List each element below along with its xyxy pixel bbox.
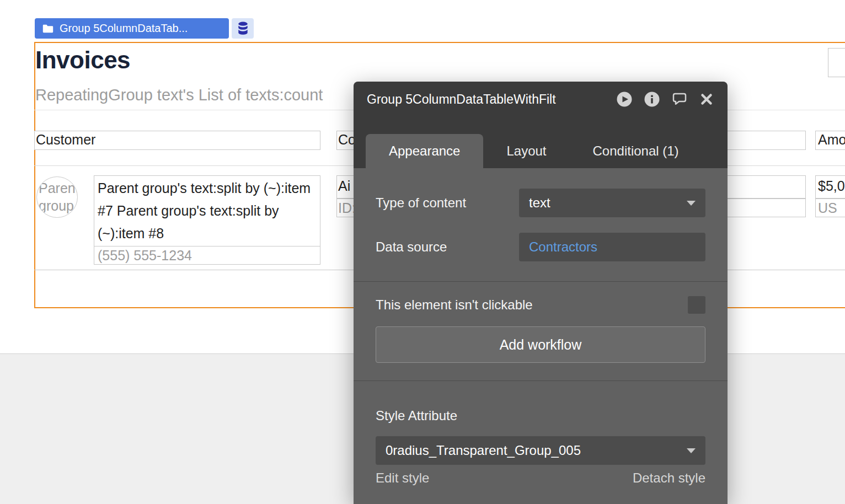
type-of-content-label: Type of content bbox=[376, 195, 466, 211]
popup-tab-bar: Appearance Layout Conditional (1) bbox=[354, 117, 728, 168]
style-attribute-label: Style Attribute bbox=[376, 408, 705, 423]
property-editor-popup: Group 5ColumnDataTableWithFilt Appearanc… bbox=[354, 82, 728, 504]
database-icon bbox=[238, 22, 248, 35]
page-title[interactable]: Invoices bbox=[35, 46, 130, 74]
header-cell-amount[interactable]: Amo bbox=[815, 131, 845, 150]
customer-name-cell[interactable]: Parent group's text:split by (~):item #7… bbox=[94, 175, 320, 246]
tab-appearance[interactable]: Appearance bbox=[366, 134, 483, 168]
type-of-content-value: text bbox=[529, 195, 550, 211]
chevron-down-icon bbox=[687, 448, 696, 453]
info-icon[interactable] bbox=[644, 91, 660, 108]
style-attribute-select[interactable]: 0radius_Transparent_Group_005 bbox=[376, 436, 705, 465]
data-source-label: Data source bbox=[376, 239, 447, 255]
data-source-field[interactable]: Contractors bbox=[519, 233, 705, 261]
data-source-value[interactable]: Contractors bbox=[529, 239, 597, 255]
section-divider bbox=[354, 380, 728, 381]
add-workflow-button[interactable]: Add workflow bbox=[376, 326, 705, 363]
style-attribute-value: 0radius_Transparent_Group_005 bbox=[386, 443, 581, 458]
tab-conditional[interactable]: Conditional (1) bbox=[570, 134, 702, 168]
clickable-checkbox[interactable] bbox=[688, 296, 705, 314]
edit-style-link[interactable]: Edit style bbox=[376, 470, 429, 486]
popup-title: Group 5ColumnDataTableWithFilt bbox=[367, 92, 616, 107]
chevron-down-icon bbox=[687, 201, 696, 206]
amount-cell[interactable]: $5,0 bbox=[815, 175, 845, 199]
database-button[interactable] bbox=[232, 18, 254, 39]
tab-layout[interactable]: Layout bbox=[483, 134, 569, 168]
clickable-note: This element isn't clickable bbox=[376, 297, 533, 313]
popup-body: Type of content text Data source Contrac… bbox=[354, 189, 728, 486]
avatar[interactable]: Parent group wit bbox=[36, 176, 78, 218]
data-source-row: Data source Contractors bbox=[376, 233, 705, 261]
popup-header: Group 5ColumnDataTableWithFilt bbox=[354, 82, 728, 117]
comment-icon[interactable] bbox=[671, 91, 688, 108]
style-links-row: Edit style Detach style bbox=[376, 470, 705, 486]
clickable-row: This element isn't clickable bbox=[376, 296, 705, 314]
avatar-text: Parent group wit bbox=[39, 179, 78, 215]
customer-phone-cell[interactable]: (555) 555-1234 bbox=[94, 246, 320, 265]
header-cell-customer[interactable]: Customer bbox=[34, 131, 320, 150]
repeating-group-caption[interactable]: RepeatingGroup text's List of texts:coun… bbox=[35, 86, 323, 104]
detach-style-link[interactable]: Detach style bbox=[633, 470, 705, 486]
bubble-editor-screen: Group 5ColumnDataTab... Invoices Repeati… bbox=[0, 0, 845, 504]
type-of-content-select[interactable]: text bbox=[519, 189, 705, 217]
selected-element-badge[interactable]: Group 5ColumnDataTab... bbox=[35, 18, 229, 39]
selected-element-label: Group 5ColumnDataTab... bbox=[60, 22, 188, 35]
play-icon[interactable] bbox=[616, 91, 633, 108]
type-of-content-row: Type of content text bbox=[376, 189, 705, 217]
close-icon[interactable] bbox=[699, 92, 714, 107]
currency-cell[interactable]: US bbox=[815, 199, 845, 217]
popup-header-icons bbox=[616, 91, 714, 108]
folder-icon bbox=[42, 24, 54, 33]
section-divider bbox=[354, 281, 728, 282]
cutoff-element bbox=[828, 48, 845, 77]
